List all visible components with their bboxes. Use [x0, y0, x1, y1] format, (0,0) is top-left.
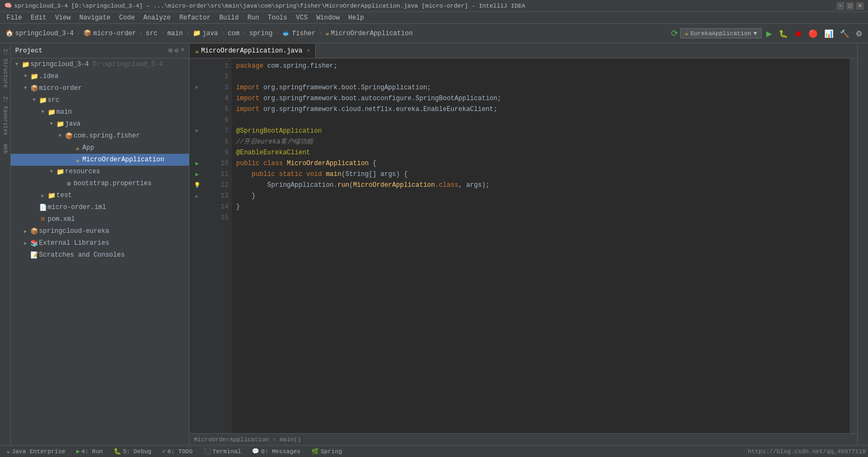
tree-test[interactable]: ▶ 📁 test	[11, 190, 189, 201]
fold-7[interactable]: ▼	[195, 128, 198, 134]
bulb-12[interactable]: 💡	[194, 182, 200, 188]
fold-13[interactable]: ▲	[195, 193, 198, 199]
editor-scrollbar[interactable]	[850, 58, 857, 433]
code-line-9[interactable]: @EnableEurekaClient	[232, 147, 850, 158]
code-line-10[interactable]: public class MicroOrderApplication {	[232, 158, 850, 169]
breadcrumb-sep-1: ›	[77, 30, 80, 36]
code-line-5[interactable]: import org.springframework.cloud.netflix…	[232, 104, 850, 115]
code-line-13[interactable]: }	[232, 191, 850, 201]
code-line-11[interactable]: public static void main(String[] args) {	[232, 169, 850, 180]
breadcrumb-com[interactable]: com	[226, 29, 242, 38]
java-arrow: ▼	[48, 121, 55, 127]
menu-help[interactable]: Help	[344, 13, 368, 23]
code-line-3[interactable]: import org.springframework.boot.SpringAp…	[232, 82, 850, 93]
tree-microorderapp[interactable]: ▶ ☕ MicroOrderApplication	[11, 154, 189, 166]
breadcrumb-src[interactable]: src	[143, 29, 160, 38]
coverage-button[interactable]: 📊	[822, 28, 836, 39]
terminal-btn[interactable]: ⬛ Terminal	[199, 447, 246, 456]
code-line-6[interactable]	[232, 115, 850, 126]
tree-main[interactable]: ▼ 📁 main	[11, 106, 189, 118]
todo-btn[interactable]: ✓ 6: TODO	[158, 447, 197, 456]
minimize-button[interactable]: −	[837, 2, 844, 10]
tree-resources[interactable]: ▼ 📁 resources	[11, 166, 189, 178]
code-line-7[interactable]: @SpringBootApplication	[232, 126, 850, 136]
favorites-icon[interactable]: Z: Favorites	[2, 93, 8, 139]
menu-tools[interactable]: Tools	[264, 13, 292, 23]
panel-expand-icon[interactable]: ⊞	[168, 47, 172, 55]
stop-button[interactable]: ⏹	[792, 28, 804, 39]
panel-settings-icon[interactable]: ⚙	[175, 47, 179, 55]
run-11[interactable]: ▶	[195, 171, 199, 178]
tree-pom[interactable]: ▶ m pom.xml	[11, 213, 189, 225]
breadcrumb-spring[interactable]: spring	[247, 29, 275, 38]
close-button[interactable]: ×	[856, 2, 864, 10]
breadcrumb-class[interactable]: ☕ MicroOrderApplication	[323, 28, 415, 38]
debug-btn[interactable]: 🐛 5: Debug	[109, 447, 156, 456]
code-line-12[interactable]: SpringApplication.run(MicroOrderApplicat…	[232, 180, 850, 191]
class-icon: ☕	[325, 29, 329, 37]
tree-java[interactable]: ▼ 📁 java	[11, 118, 189, 130]
web-icon[interactable]: Web	[2, 141, 8, 157]
maximize-button[interactable]: □	[846, 2, 854, 10]
tree-eureka[interactable]: ▶ 📦 springcloud-eureka	[11, 225, 189, 237]
build-button[interactable]: 🔨	[838, 28, 851, 39]
home-icon: 🏠	[5, 29, 14, 37]
tree-iml[interactable]: ▶ 📄 micro-order.iml	[11, 201, 189, 213]
code-line-1[interactable]: package com.spring.fisher;	[232, 61, 850, 71]
menu-window[interactable]: Window	[312, 13, 344, 23]
structure-icon[interactable]: 2: Structure	[2, 45, 8, 91]
menu-code[interactable]: Code	[115, 13, 139, 23]
title-bar-label: springcloud_3-4 [D:\springcloud_3-4] – .…	[14, 3, 525, 9]
menu-vcs[interactable]: VCS	[292, 13, 312, 23]
gutter-8	[190, 136, 205, 147]
panel-close-icon[interactable]: ×	[181, 47, 185, 55]
menu-view[interactable]: View	[51, 13, 75, 23]
tree-root[interactable]: ▼ 📁 springcloud_3-4 D:\springcloud_3-4	[11, 58, 189, 70]
window-controls[interactable]: − □ ×	[837, 2, 864, 10]
tree-scratches[interactable]: ▶ 📝 Scratches and Consoles	[11, 249, 189, 261]
code-line-15[interactable]	[232, 212, 850, 223]
module-icon: 📦	[83, 29, 92, 37]
tree-package[interactable]: ▼ 📦 com.spring.fisher	[11, 130, 189, 142]
breadcrumb-java[interactable]: 📁 java	[191, 28, 220, 38]
breadcrumb-root[interactable]: 🏠 springcloud_3-4	[3, 28, 76, 38]
run-10[interactable]: ▶	[195, 160, 199, 167]
code-content[interactable]: package com.spring.fisher; import org.sp…	[232, 58, 850, 433]
code-line-8[interactable]: //开启eureka客户端功能	[232, 136, 850, 147]
menu-run[interactable]: Run	[243, 13, 264, 23]
menu-edit[interactable]: Edit	[27, 13, 51, 23]
tree-src[interactable]: ▼ 📁 src	[11, 94, 189, 106]
menu-navigate[interactable]: Navigate	[75, 13, 115, 23]
debug-button[interactable]: 🐛	[776, 28, 790, 39]
messages-btn[interactable]: 💬 0: Messages	[247, 447, 305, 456]
settings-button[interactable]: ⚙	[853, 28, 865, 39]
breadcrumb-module[interactable]: 📦 micro-order	[81, 28, 138, 38]
gutter-2	[190, 71, 205, 82]
tab-close-icon[interactable]: ×	[306, 48, 310, 54]
breadcrumb-main[interactable]: main	[165, 29, 185, 38]
fold-3[interactable]: ▼	[195, 85, 198, 91]
spring-btn[interactable]: 🌿 Spring	[307, 447, 347, 456]
code-line-4[interactable]: import org.springframework.boot.autoconf…	[232, 93, 850, 104]
code-line-2[interactable]	[232, 71, 850, 82]
java-enterprise-btn[interactable]: ☕ Java Enterprise	[2, 447, 70, 456]
run-btn[interactable]: ▶ 4: Run	[72, 447, 107, 456]
tree-app[interactable]: ▶ ☕ App	[11, 142, 189, 154]
menu-analyze[interactable]: Analyze	[139, 13, 175, 23]
menu-build[interactable]: Build	[215, 13, 243, 23]
sync-icon[interactable]: ⟳	[671, 28, 678, 39]
profile-button[interactable]: 🔴	[806, 28, 820, 39]
java-folder-icon: 📁	[193, 29, 201, 37]
tree-idea[interactable]: ▼ 📁 .idea	[11, 70, 189, 82]
tab-microorderapp[interactable]: ☕ MicroOrderApplication.java ×	[190, 44, 316, 58]
menu-refactor[interactable]: Refactor	[175, 13, 215, 23]
menu-file[interactable]: File	[2, 13, 27, 23]
tree-bootstrap[interactable]: ▶ ⚙ bootstrap.properties	[11, 178, 189, 190]
run-config-selector[interactable]: ☕ EurekaApplication ▼	[680, 28, 762, 38]
tree-ext-libs[interactable]: ▶ 📚 External Libraries	[11, 237, 189, 249]
run-button[interactable]: ▶	[764, 28, 774, 39]
breadcrumb-fisher[interactable]: 🐟 fisher	[280, 28, 317, 38]
code-line-14[interactable]: }	[232, 201, 850, 212]
tree-micro-order[interactable]: ▼ 📦 micro-order	[11, 82, 189, 94]
project-tree[interactable]: ▼ 📁 springcloud_3-4 D:\springcloud_3-4 ▼…	[11, 58, 189, 445]
